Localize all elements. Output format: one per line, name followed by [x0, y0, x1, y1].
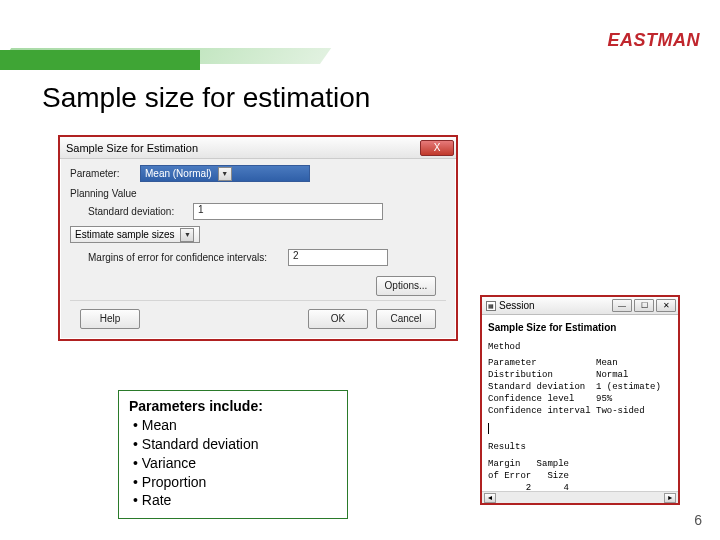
chevron-down-icon: ▼: [180, 228, 194, 242]
session-icon: ▦: [486, 301, 496, 311]
session-body: Sample Size for Estimation Method Parame…: [482, 315, 678, 491]
results-block: Margin Sample of Error Size 2 4: [488, 458, 672, 491]
minimize-button[interactable]: —: [612, 299, 632, 312]
horizontal-scrollbar[interactable]: ◄ ►: [482, 491, 678, 503]
parameter-label: Parameter:: [70, 168, 140, 179]
list-item: Rate: [133, 491, 337, 510]
list-item: Variance: [133, 454, 337, 473]
ok-button[interactable]: OK: [308, 309, 368, 329]
session-titlebar: ▦ Session — ☐ ✕: [482, 297, 678, 315]
cancel-button[interactable]: Cancel: [376, 309, 436, 329]
estimate-dropdown-value: Estimate sample sizes: [75, 229, 174, 240]
session-heading: Sample Size for Estimation: [488, 321, 672, 335]
sample-size-dialog: Sample Size for Estimation X Parameter: …: [58, 135, 458, 341]
page-number: 6: [694, 512, 702, 528]
margins-input[interactable]: 2: [288, 249, 388, 266]
help-button[interactable]: Help: [80, 309, 140, 329]
header-accent: [0, 50, 200, 70]
parameter-dropdown-value: Mean (Normal): [145, 168, 212, 179]
text-cursor: [488, 423, 489, 434]
parameters-header: Parameters include:: [129, 397, 337, 416]
std-dev-label: Standard deviation:: [88, 206, 193, 217]
chevron-down-icon: ▼: [218, 167, 232, 181]
list-item: Proportion: [133, 473, 337, 492]
scroll-right-icon[interactable]: ►: [664, 493, 676, 503]
method-block: Parameter Mean Distribution Normal Stand…: [488, 357, 672, 418]
brand-logo: EASTMAN: [608, 30, 701, 51]
method-label: Method: [488, 341, 672, 353]
margins-label: Margins of error for confidence interval…: [88, 252, 288, 263]
std-dev-input[interactable]: 1: [193, 203, 383, 220]
session-window: ▦ Session — ☐ ✕ Sample Size for Estimati…: [480, 295, 680, 505]
planning-value-label: Planning Value: [70, 188, 446, 199]
estimate-dropdown[interactable]: Estimate sample sizes ▼: [70, 226, 200, 243]
scroll-left-icon[interactable]: ◄: [484, 493, 496, 503]
dialog-title: Sample Size for Estimation: [66, 142, 198, 154]
results-label: Results: [488, 441, 672, 453]
parameters-info-box: Parameters include: Mean Standard deviat…: [118, 390, 348, 519]
close-button[interactable]: X: [420, 140, 454, 156]
list-item: Standard deviation: [133, 435, 337, 454]
parameter-dropdown[interactable]: Mean (Normal) ▼: [140, 165, 310, 182]
maximize-button[interactable]: ☐: [634, 299, 654, 312]
session-title: Session: [499, 300, 535, 311]
page-title: Sample size for estimation: [42, 82, 370, 114]
dialog-titlebar: Sample Size for Estimation X: [60, 137, 456, 159]
close-button[interactable]: ✕: [656, 299, 676, 312]
list-item: Mean: [133, 416, 337, 435]
options-button[interactable]: Options...: [376, 276, 436, 296]
